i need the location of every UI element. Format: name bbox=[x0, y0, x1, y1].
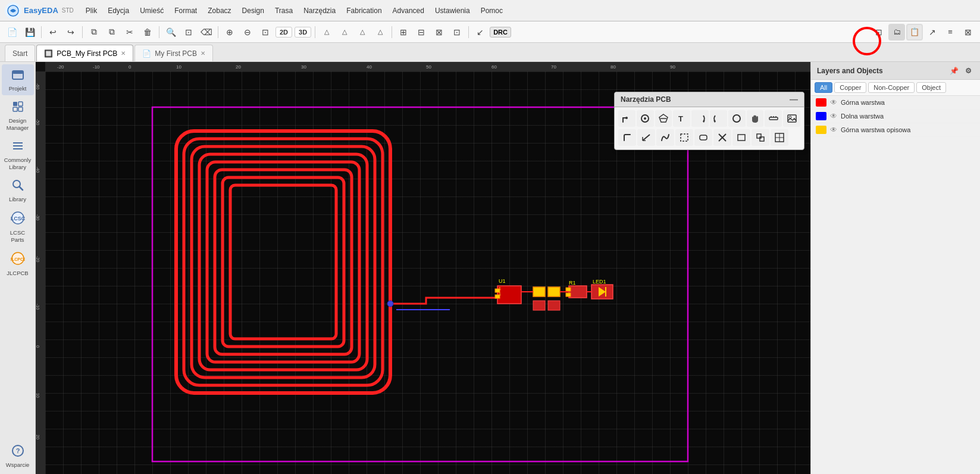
pcb-tool-hand[interactable] bbox=[747, 110, 764, 127]
sidebar-item-support[interactable]: ? Wsparcie bbox=[2, 441, 34, 472]
layer-visibility-bottom-copper[interactable]: 👁 bbox=[830, 112, 837, 120]
pcb-tools-row2 bbox=[615, 128, 804, 149]
tab-start[interactable]: Start bbox=[5, 45, 35, 61]
zoom-area-button[interactable]: ⊡ bbox=[257, 24, 274, 40]
filter-copper[interactable]: Copper bbox=[834, 82, 866, 93]
pcb-tool-angle[interactable] bbox=[637, 129, 655, 146]
sidebar-item-lcsc-parts[interactable]: LCSC LCSC Parts bbox=[2, 207, 34, 247]
pcb-tool-rounded-rect[interactable] bbox=[694, 129, 712, 146]
pcb-tool-rect[interactable] bbox=[732, 129, 750, 146]
layer-visibility-top-copper[interactable]: 👁 bbox=[830, 98, 837, 107]
toolbar-icon-2[interactable]: 🗂 bbox=[888, 24, 905, 40]
menu-advanced[interactable]: Advanced bbox=[388, 4, 429, 17]
sidebar-item-library[interactable]: Library bbox=[2, 175, 34, 206]
sidebar-item-commonly-library[interactable]: Commonly Library bbox=[2, 136, 34, 174]
grid-button2[interactable]: ⊟ bbox=[413, 24, 430, 40]
canvas-area[interactable]: -20 -10 0 10 20 30 40 50 60 70 80 90 -60… bbox=[36, 62, 810, 474]
back-button[interactable]: ↙ bbox=[472, 24, 489, 40]
pcb-tool-image[interactable] bbox=[783, 110, 800, 127]
pin-button[interactable]: 📌 bbox=[948, 65, 960, 77]
tab-schematic[interactable]: 📄 My First PCB ✕ bbox=[134, 45, 213, 61]
tab-schematic-close[interactable]: ✕ bbox=[201, 50, 205, 57]
toolbar-icon-3[interactable]: ↗ bbox=[924, 24, 941, 40]
clear-button[interactable]: ⌫ bbox=[198, 24, 215, 40]
pcb-tool-measure[interactable] bbox=[765, 110, 782, 127]
redo-button[interactable]: ↪ bbox=[62, 24, 79, 40]
settings-button[interactable]: ⚙ bbox=[962, 65, 974, 77]
sidebar-item-jlcpcb[interactable]: JLCPCB JLCPCB bbox=[2, 248, 34, 280]
pcb-tools-panel: Narzędzia PCB — T bbox=[614, 92, 804, 150]
drc-pre-button3[interactable]: △ bbox=[354, 24, 371, 40]
filter-object[interactable]: Object bbox=[916, 82, 946, 93]
pcb-tool-cross[interactable] bbox=[713, 129, 731, 146]
sidebar-item-project[interactable]: Projekt bbox=[2, 64, 34, 95]
menu-fabrication[interactable]: Fabrication bbox=[342, 4, 386, 17]
pcb-tool-wire[interactable] bbox=[618, 110, 635, 127]
tab-pcb-close[interactable]: ✕ bbox=[121, 50, 126, 57]
view-2d-button[interactable]: 2D bbox=[275, 27, 292, 38]
toolbar-icon-highlighted[interactable]: 📋 bbox=[906, 24, 923, 40]
drc-badge[interactable]: DRC bbox=[490, 27, 511, 38]
sidebar-item-design-manager[interactable]: Design Manager bbox=[2, 96, 34, 135]
menu-pomoc[interactable]: Pomoc bbox=[476, 4, 508, 17]
menu-edycja[interactable]: Edycja bbox=[103, 4, 134, 17]
pcb-tool-corner[interactable] bbox=[618, 129, 636, 146]
tab-pcb[interactable]: 🔲 PCB_My First PCB ✕ bbox=[36, 45, 133, 61]
menu-design[interactable]: Design bbox=[237, 4, 269, 17]
paste-button[interactable]: ⧉ bbox=[104, 24, 120, 40]
tab-pcb-icon: 🔲 bbox=[44, 49, 53, 58]
layer-row-bottom-copper[interactable]: 👁 Dolna warstwa bbox=[811, 110, 980, 123]
undo-button[interactable]: ↩ bbox=[45, 24, 61, 40]
share-icon[interactable]: ⊠ bbox=[960, 24, 976, 40]
svg-rect-2 bbox=[12, 71, 23, 74]
svg-rect-71 bbox=[738, 135, 745, 141]
layer-row-top-copper[interactable]: 👁 Górna warstwa bbox=[811, 96, 980, 110]
pcb-tool-circle[interactable] bbox=[728, 110, 746, 127]
layer-row-top-silk[interactable]: 👁 Górna warstwa opisowa bbox=[811, 123, 980, 137]
pcb-tool-text[interactable]: T bbox=[673, 110, 690, 127]
view-3d-button[interactable]: 3D bbox=[295, 27, 311, 38]
pcb-tool-arc-cw[interactable] bbox=[691, 110, 709, 127]
delete-button[interactable]: 🗑 bbox=[139, 24, 156, 40]
pcb-tool-via[interactable] bbox=[637, 110, 654, 127]
menu-format[interactable]: Format bbox=[170, 4, 202, 17]
zoom-out-button[interactable]: ⊖ bbox=[239, 24, 256, 40]
zoom-fit-button[interactable]: ⊡ bbox=[180, 24, 197, 40]
grid-button4[interactable]: ⊡ bbox=[449, 24, 465, 40]
pcb-tool-spline[interactable] bbox=[656, 129, 674, 146]
zoom-in-button[interactable]: ⊕ bbox=[221, 24, 238, 40]
pcb-tool-arc-ccw[interactable] bbox=[710, 110, 727, 127]
menu-ustawienia[interactable]: Ustawienia bbox=[430, 4, 475, 17]
drc-pre-button2[interactable]: △ bbox=[336, 24, 353, 40]
filter-all[interactable]: All bbox=[815, 82, 832, 93]
toolbar-icon-1[interactable]: ⊡ bbox=[871, 24, 887, 40]
layer-visibility-top-silk[interactable]: 👁 bbox=[830, 126, 837, 134]
menu-trasa[interactable]: Trasa bbox=[270, 4, 298, 17]
menu-narzedzia[interactable]: Narzędzia bbox=[299, 4, 340, 17]
pcb-tool-group[interactable] bbox=[752, 129, 769, 146]
grid-button[interactable]: ⊞ bbox=[395, 24, 412, 40]
menu-plik[interactable]: Plik bbox=[81, 4, 102, 17]
drc-pre-button[interactable]: △ bbox=[318, 24, 335, 40]
save-button[interactable]: 💾 bbox=[21, 24, 38, 40]
ruler-horizontal: -20 -10 0 10 20 30 40 50 60 70 80 90 bbox=[45, 62, 810, 71]
ruler-tick-h-2: -10 bbox=[93, 64, 100, 70]
library-icon bbox=[11, 179, 24, 195]
cut-button[interactable]: ✂ bbox=[121, 24, 138, 40]
pcb-tool-panel[interactable] bbox=[771, 129, 788, 146]
component-led1: LED1 bbox=[591, 279, 613, 299]
svg-line-66 bbox=[643, 135, 650, 141]
pcb-tool-select-rect[interactable] bbox=[675, 129, 693, 146]
pcb-tools-close[interactable]: — bbox=[790, 95, 798, 104]
new-button[interactable]: 📄 bbox=[4, 24, 20, 40]
filter-non-copper[interactable]: Non-Copper bbox=[868, 82, 915, 93]
layers-icon[interactable]: ≡ bbox=[942, 24, 959, 40]
menu-zobacz[interactable]: Zobacz bbox=[203, 4, 236, 17]
menu-umiesc[interactable]: Umieść bbox=[135, 4, 168, 17]
svg-text:LCSC: LCSC bbox=[11, 216, 25, 222]
zoom-search-button[interactable]: 🔍 bbox=[162, 24, 179, 40]
copy-button[interactable]: ⧉ bbox=[86, 24, 102, 40]
drc-pre-button4[interactable]: △ bbox=[372, 24, 389, 40]
pcb-tool-pad[interactable] bbox=[655, 110, 672, 127]
grid-button3[interactable]: ⊠ bbox=[431, 24, 447, 40]
